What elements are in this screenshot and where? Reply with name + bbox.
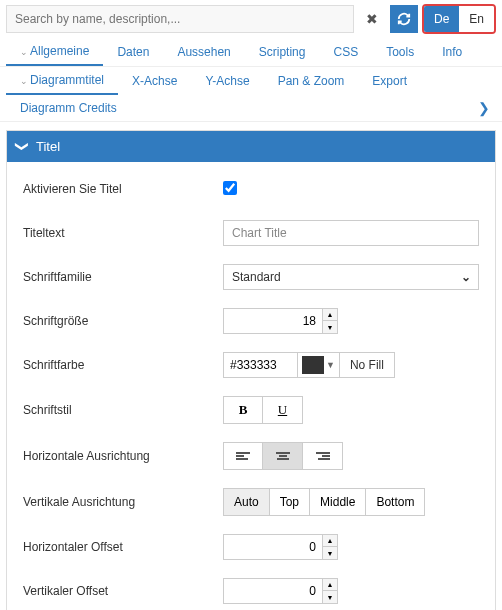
tab-scripting[interactable]: Scripting: [245, 39, 320, 65]
align-left-button[interactable]: [223, 442, 263, 470]
panel-titel-label: Titel: [36, 139, 60, 154]
lang-de-button[interactable]: De: [424, 6, 459, 32]
tab-yachse[interactable]: Y-Achse: [191, 68, 263, 94]
tab-allgemeine[interactable]: ⌄Allgemeine: [6, 38, 103, 66]
hoffset-up[interactable]: ▲: [323, 535, 337, 547]
label-hoffset: Horizontaler Offset: [23, 540, 223, 554]
search-input[interactable]: [6, 5, 354, 33]
valign-auto-button[interactable]: Auto: [223, 488, 270, 516]
underline-button[interactable]: U: [263, 396, 303, 424]
font-color-input[interactable]: [223, 352, 298, 378]
language-switch: De En: [422, 4, 496, 34]
voffset-input[interactable]: [223, 578, 323, 604]
valign-middle-button[interactable]: Middle: [310, 488, 366, 516]
label-schriftstil: Schriftstil: [23, 403, 223, 417]
lang-en-button[interactable]: En: [459, 6, 494, 32]
color-swatch-button[interactable]: ▼: [298, 352, 340, 378]
hoffset-input[interactable]: [223, 534, 323, 560]
chevron-down-icon: ❯: [15, 141, 30, 152]
tab-info[interactable]: Info: [428, 39, 476, 65]
font-family-select[interactable]: Standard: [223, 264, 479, 290]
font-size-up[interactable]: ▲: [323, 309, 337, 321]
color-swatch: [302, 356, 324, 374]
label-halign: Horizontale Ausrichtung: [23, 449, 223, 463]
tab-credits[interactable]: Diagramm Credits: [6, 95, 131, 121]
label-aktivieren: Aktivieren Sie Titel: [23, 182, 223, 196]
tab-tools[interactable]: Tools: [372, 39, 428, 65]
label-schriftfamilie: Schriftfamilie: [23, 270, 223, 284]
label-titeltext: Titeltext: [23, 226, 223, 240]
no-fill-button[interactable]: No Fill: [340, 352, 395, 378]
label-schriftfarbe: Schriftfarbe: [23, 358, 223, 372]
panel-titel-header[interactable]: ❯ Titel: [7, 131, 495, 162]
secondary-tabs: ⌄Diagrammtitel X-Achse Y-Achse Pan & Zoo…: [0, 67, 502, 122]
tab-daten[interactable]: Daten: [103, 39, 163, 65]
tab-css[interactable]: CSS: [319, 39, 372, 65]
tab-xachse[interactable]: X-Achse: [118, 68, 191, 94]
valign-bottom-button[interactable]: Bottom: [366, 488, 425, 516]
tab-panzoom[interactable]: Pan & Zoom: [264, 68, 359, 94]
tab-export[interactable]: Export: [358, 68, 421, 94]
clear-search-icon[interactable]: ✖: [358, 5, 386, 33]
label-schriftgroesse: Schriftgröße: [23, 314, 223, 328]
panel-titel: ❯ Titel Aktivieren Sie Titel Titeltext S…: [6, 130, 496, 610]
hoffset-down[interactable]: ▼: [323, 547, 337, 559]
label-valign: Vertikale Ausrichtung: [23, 495, 223, 509]
caret-down-icon: ▼: [326, 360, 335, 370]
font-size-input[interactable]: [223, 308, 323, 334]
align-center-button[interactable]: [263, 442, 303, 470]
bold-button[interactable]: B: [223, 396, 263, 424]
voffset-up[interactable]: ▲: [323, 579, 337, 591]
tab-diagrammtitel[interactable]: ⌄Diagrammtitel: [6, 67, 118, 95]
label-voffset: Vertikaler Offset: [23, 584, 223, 598]
valign-top-button[interactable]: Top: [270, 488, 310, 516]
font-size-down[interactable]: ▼: [323, 321, 337, 333]
align-right-button[interactable]: [303, 442, 343, 470]
enable-title-checkbox[interactable]: [223, 181, 237, 195]
tab-aussehen[interactable]: Aussehen: [163, 39, 244, 65]
scroll-right-icon[interactable]: ❯: [472, 100, 496, 116]
voffset-down[interactable]: ▼: [323, 591, 337, 603]
primary-tabs: ⌄Allgemeine Daten Aussehen Scripting CSS…: [0, 38, 502, 67]
title-text-input[interactable]: [223, 220, 479, 246]
refresh-icon[interactable]: [390, 5, 418, 33]
